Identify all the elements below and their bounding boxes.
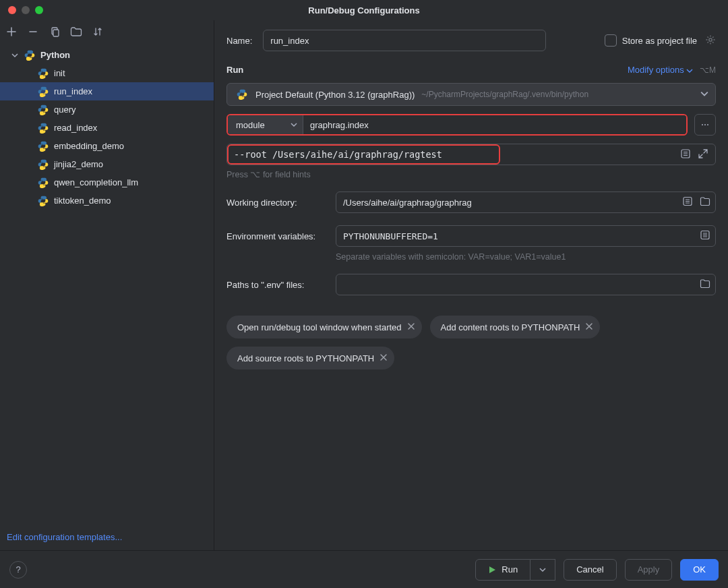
browse-module-button[interactable] [694, 114, 716, 136]
module-select-label: module [236, 120, 265, 130]
script-args-field[interactable] [227, 149, 680, 160]
add-config-button[interactable] [5, 26, 18, 38]
option-tag[interactable]: Open run/debug tool window when started [226, 316, 422, 339]
name-label: Name: [226, 36, 252, 46]
env-vars-field[interactable] [336, 225, 716, 247]
svg-point-4 [704, 124, 706, 125]
python-icon [36, 176, 50, 189]
python-icon [36, 103, 50, 117]
sidebar-toolstrip [0, 20, 214, 43]
env-label: Environment variables: [226, 231, 336, 241]
inline-list-icon[interactable] [700, 230, 710, 243]
svg-point-5 [707, 124, 708, 125]
play-icon [488, 566, 496, 574]
python-icon [36, 121, 50, 135]
chevron-down-icon [700, 90, 708, 100]
window-title: Run/Debug Configurations [0, 5, 728, 16]
chevron-down-icon [11, 52, 19, 59]
run-section-label: Run [226, 65, 243, 75]
config-tree: Python init run_index query read_index e… [0, 43, 214, 525]
modify-shortcut: ⌥M [700, 65, 716, 75]
env-hint: Separate variables with semicolon: VAR=v… [336, 252, 716, 262]
envfiles-label: Paths to ".env" files: [226, 280, 336, 290]
config-item-label: tiktoken_demo [54, 196, 111, 206]
gear-icon [705, 34, 716, 47]
name-field[interactable] [263, 30, 546, 51]
python-icon [36, 140, 50, 153]
config-item[interactable]: qwen_completion_llm [0, 173, 214, 192]
store-checkbox[interactable]: Store as project file [605, 34, 716, 47]
python-icon [235, 88, 249, 101]
python-icon [36, 67, 50, 80]
footer: ? Run Cancel Apply OK [0, 550, 728, 588]
chevron-down-icon [291, 120, 297, 130]
remove-config-button[interactable] [27, 26, 39, 38]
config-item-label: query [54, 105, 76, 115]
copy-config-button[interactable] [49, 26, 61, 38]
option-tags: Open run/debug tool window when started … [226, 316, 716, 370]
cancel-button[interactable]: Cancel [564, 559, 616, 581]
config-item-label: embedding_demo [54, 141, 124, 151]
option-tag[interactable]: Add source roots to PYTHONPATH [226, 347, 394, 370]
script-mode-select[interactable]: module [228, 115, 303, 134]
inline-list-icon[interactable] [680, 148, 691, 161]
run-dropdown-button[interactable] [530, 559, 555, 581]
config-item[interactable]: query [0, 100, 214, 119]
run-button[interactable]: Run [475, 559, 555, 581]
module-name-field[interactable] [303, 115, 686, 134]
python-icon [23, 49, 36, 62]
config-item-label: qwen_completion_llm [54, 177, 138, 187]
svg-point-3 [702, 124, 703, 125]
config-item[interactable]: read_index [0, 119, 214, 137]
folder-config-button[interactable] [70, 26, 82, 38]
python-icon [36, 194, 50, 208]
main-panel: Name: Store as project file Run Modify o… [214, 20, 728, 550]
config-item[interactable]: tiktoken_demo [0, 192, 214, 210]
config-item[interactable]: init [0, 64, 214, 82]
remove-tag-icon[interactable] [407, 322, 415, 332]
interpreter-path: ~/PycharmProjects/graphRag/.venv/bin/pyt… [421, 90, 588, 99]
config-item-label: jinjia2_demo [54, 159, 103, 169]
edit-templates-link[interactable]: Edit configuration templates... [7, 532, 122, 542]
sort-config-button[interactable] [92, 26, 104, 38]
svg-rect-1 [53, 30, 59, 36]
config-item-label: init [54, 68, 65, 78]
env-files-field[interactable] [336, 274, 716, 295]
option-tag[interactable]: Add content roots to PYTHONPATH [430, 316, 601, 339]
help-button[interactable]: ? [9, 561, 27, 579]
group-label: Python [40, 50, 70, 60]
config-item[interactable]: run_index [0, 82, 214, 100]
tag-label: Open run/debug tool window when started [237, 322, 402, 332]
expand-icon[interactable] [698, 148, 708, 161]
wd-label: Working directory: [226, 198, 336, 208]
store-label: Store as project file [622, 36, 697, 46]
config-item[interactable]: jinjia2_demo [0, 155, 214, 173]
python-icon [36, 158, 50, 171]
folder-icon[interactable] [700, 278, 710, 291]
interpreter-select[interactable]: Project Default (Python 3.12 (graphRag))… [226, 83, 716, 106]
working-directory-field[interactable] [336, 192, 716, 213]
interpreter-name: Project Default (Python 3.12 (graphRag)) [255, 90, 415, 100]
python-icon [36, 85, 50, 98]
remove-tag-icon[interactable] [585, 322, 593, 332]
script-args-field-wrap [226, 144, 716, 165]
tree-group-python[interactable]: Python [0, 46, 214, 64]
titlebar: Run/Debug Configurations [0, 0, 728, 20]
remove-tag-icon[interactable] [380, 353, 388, 363]
sidebar: Python init run_index query read_index e… [0, 20, 214, 550]
folder-icon[interactable] [700, 196, 710, 209]
config-item-label: run_index [54, 86, 92, 96]
config-item-label: read_index [54, 123, 97, 133]
modify-options-link[interactable]: Modify options [628, 65, 684, 75]
apply-button[interactable]: Apply [625, 559, 673, 581]
args-hint: Press ⌥ for field hints [226, 169, 716, 179]
ok-button[interactable]: OK [680, 559, 719, 581]
svg-point-2 [709, 38, 712, 40]
inline-list-icon[interactable] [682, 196, 693, 209]
tag-label: Add content roots to PYTHONPATH [441, 322, 580, 332]
config-item[interactable]: embedding_demo [0, 137, 214, 155]
tag-label: Add source roots to PYTHONPATH [237, 353, 374, 363]
